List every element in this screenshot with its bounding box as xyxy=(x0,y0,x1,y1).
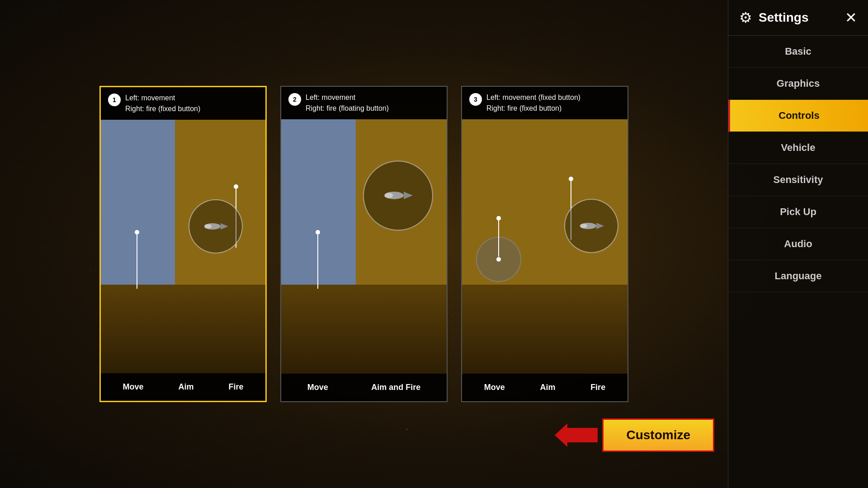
svg-marker-1 xyxy=(221,223,228,230)
move-stick-2 xyxy=(316,230,320,289)
nav-item-basic[interactable]: Basic xyxy=(728,36,868,68)
card-2-label-aimfire: Aim and Fire xyxy=(371,383,420,392)
settings-title: Settings xyxy=(759,10,808,25)
main-content: 1 Left: movement Right: fire (fixed butt… xyxy=(0,0,868,488)
move-stick-3 xyxy=(496,216,501,257)
card-2-scene xyxy=(281,119,447,374)
card-1-number: 1 xyxy=(108,94,121,106)
card-3-desc: Left: movement (fixed button) Right: fir… xyxy=(486,92,580,114)
card-1-labels: Move Aim Fire xyxy=(101,373,265,401)
card-1-label-move: Move xyxy=(123,382,143,392)
svg-point-5 xyxy=(384,193,393,198)
card-3-header: 3 Left: movement (fixed button) Right: f… xyxy=(462,87,627,119)
card-2-desc: Left: movement Right: fire (floating but… xyxy=(306,92,389,114)
controls-panel: 1 Left: movement Right: fire (fixed butt… xyxy=(0,0,728,488)
card-1-scene xyxy=(101,120,265,373)
settings-header: ⚙ Settings ✕ xyxy=(728,0,868,36)
svg-marker-4 xyxy=(404,192,413,200)
card-1-desc: Left: movement Right: fire (fixed button… xyxy=(125,93,200,114)
fire-circle-1 xyxy=(189,199,243,253)
close-button[interactable]: ✕ xyxy=(845,10,857,25)
card-3-label-aim: Aim xyxy=(540,383,555,392)
customize-arrow xyxy=(564,428,598,442)
aim-fire-circle-2 xyxy=(363,160,433,230)
card-1-label-aim: Aim xyxy=(178,382,193,392)
card-3-scene xyxy=(462,119,627,374)
nav-item-controls[interactable]: Controls xyxy=(728,100,868,132)
control-card-2[interactable]: 2 Left: movement Right: fire (floating b… xyxy=(280,86,448,402)
nav-item-audio[interactable]: Audio xyxy=(728,228,868,260)
card-2-number: 2 xyxy=(288,93,301,106)
bullet-icon-2 xyxy=(383,190,413,202)
card-1-header: 1 Left: movement Right: fire (fixed butt… xyxy=(101,87,265,120)
customize-area: Customize xyxy=(564,418,714,452)
card-3-number: 3 xyxy=(469,93,482,106)
nav-item-vehicle[interactable]: Vehicle xyxy=(728,132,868,164)
move-stick-1 xyxy=(135,230,139,289)
svg-point-2 xyxy=(204,224,212,229)
svg-point-8 xyxy=(580,224,587,228)
nav-item-pickup[interactable]: Pick Up xyxy=(728,196,868,228)
gear-icon: ⚙ xyxy=(739,9,752,26)
bullet-icon-3 xyxy=(579,221,604,231)
svg-marker-7 xyxy=(596,223,604,229)
fire-circle-3 xyxy=(564,199,618,253)
card-3-labels: Move Aim Fire xyxy=(462,374,627,401)
sidebar: ⚙ Settings ✕ Basic Graphics Controls Veh… xyxy=(728,0,868,488)
control-card-3[interactable]: 3 Left: movement (fixed button) Right: f… xyxy=(461,86,628,402)
nav-item-language[interactable]: Language xyxy=(728,260,868,292)
card-2-labels: Move Aim and Fire xyxy=(281,374,447,401)
card-3-label-fire: Fire xyxy=(590,383,605,392)
customize-button[interactable]: Customize xyxy=(602,418,714,452)
nav-item-graphics[interactable]: Graphics xyxy=(728,68,868,100)
bullet-icon-1 xyxy=(203,221,228,231)
nav-item-sensitivity[interactable]: Sensitivity xyxy=(728,164,868,196)
card-1-label-fire: Fire xyxy=(228,382,243,392)
control-card-1[interactable]: 1 Left: movement Right: fire (fixed butt… xyxy=(99,86,267,402)
card-2-header: 2 Left: movement Right: fire (floating b… xyxy=(281,87,447,119)
settings-title-group: ⚙ Settings xyxy=(739,9,808,26)
card-3-label-move: Move xyxy=(484,383,505,392)
card-2-label-move: Move xyxy=(307,383,328,392)
